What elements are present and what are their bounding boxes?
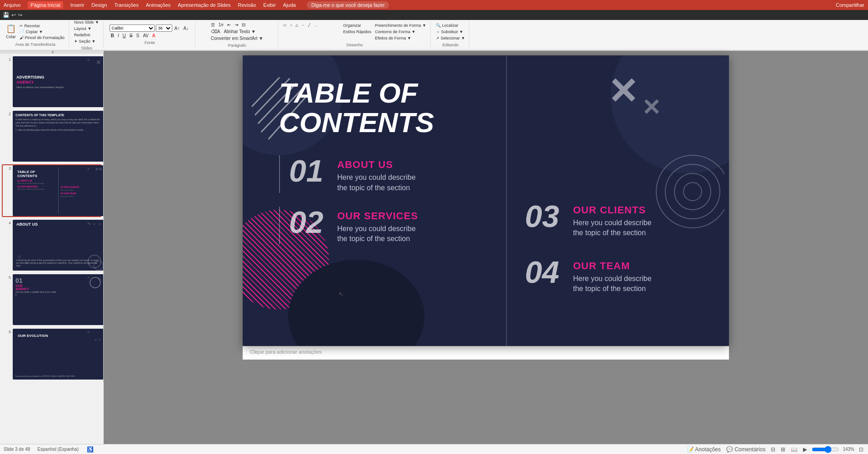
font-label: Fonte [145, 40, 155, 45]
increase-indent-btn[interactable]: ⇥ [233, 22, 239, 28]
clipboard-label: Área de Transferência [15, 42, 55, 47]
slide-6-close[interactable]: ✕ [87, 330, 90, 335]
slide-6-preview: OUR EVOLUTION Timeline with dots and lab… [13, 329, 104, 380]
slideshow-btn[interactable]: ▶ [802, 446, 808, 453]
slides-panel[interactable]: 1 ADVERTISINGAGENCY Here is where your p… [0, 54, 104, 382]
menu-exibir[interactable]: Exibir [263, 2, 276, 8]
menu-inserir[interactable]: Inserir [70, 2, 85, 8]
char-spacing-btn[interactable]: AV [141, 33, 150, 39]
menu-ajuda[interactable]: Ajuda [283, 2, 296, 8]
slide-thumb-6[interactable]: 6 OUR EVOLUTION Timeline with dots and l… [2, 328, 101, 380]
cut-btn[interactable]: ✂ Recortar [18, 23, 66, 29]
toc-text-2: OUR SERVICES Here you could describe the… [337, 207, 418, 244]
new-slide-btn[interactable]: Novo Slide ▼ [73, 20, 100, 25]
menu-design[interactable]: Design [91, 2, 107, 8]
quick-styles-btn[interactable]: Estilos Rápidos [342, 29, 373, 35]
shape-tri-btn[interactable]: △ [294, 23, 299, 28]
slide-5-close[interactable]: ✕ [87, 276, 90, 280]
decrease-indent-btn[interactable]: ⇤ [226, 22, 232, 28]
font-color-btn[interactable]: A [151, 33, 157, 39]
replace-btn[interactable]: ↔ Substituir ▼ [434, 29, 466, 35]
shape-line-btn[interactable]: ╱ [307, 23, 312, 28]
font-family-select[interactable]: Calibri [110, 25, 155, 32]
toc-number-1: 01 [289, 155, 330, 186]
comments-toggle[interactable]: 💬 Comentários [725, 446, 766, 453]
effects-btn[interactable]: Efeitos de Forma ▼ [374, 35, 428, 41]
fit-btn[interactable]: ⊡ [858, 446, 864, 453]
menu-apresentacao[interactable]: Apresentação de Slides [178, 2, 230, 8]
select-btn[interactable]: ↗ Selecionar ▼ [434, 35, 466, 41]
normal-view-btn[interactable]: ⊟ [770, 446, 776, 453]
shadow-btn[interactable]: S [135, 33, 141, 39]
slide-5-preview: 01 OURAGENCY You can enter a subtitle he… [13, 274, 104, 325]
decrease-font-btn[interactable]: A↓ [182, 25, 190, 31]
slide-thumb-1[interactable]: 1 ADVERTISINGAGENCY Here is where your p… [2, 55, 101, 108]
columns-btn[interactable]: ⊟ [240, 22, 247, 28]
menu-revisao[interactable]: Revisão [238, 2, 256, 8]
accessibility-btn[interactable]: ♿ [86, 446, 95, 453]
slide-3-close[interactable]: ✕ [87, 167, 90, 171]
outline-btn[interactable]: Contorno de Forma ▼ [374, 29, 428, 35]
arrange-btn[interactable]: Organizar [342, 23, 373, 28]
notes-toggle[interactable]: 📝 Anotações [686, 446, 722, 453]
ribbon: 💾 ↩ ↪ 📋 Colar ✂ Recortar 📄 Copiar ▼ 🖌 Pi… [0, 10, 868, 51]
copy-btn[interactable]: 📄 Copiar ▼ [18, 29, 66, 35]
format-painter-btn[interactable]: 🖌 Pincel de Formatação [18, 35, 66, 40]
increase-font-btn[interactable]: A↑ [173, 25, 181, 31]
text-direction-btn[interactable]: ⌫A [210, 29, 222, 35]
menu-transicoes[interactable]: Transições [115, 2, 139, 8]
menu-animacoes[interactable]: Animações [146, 2, 170, 8]
menu-pagina-inicial[interactable]: Página Inicial [28, 1, 63, 9]
zoom-slider[interactable] [812, 447, 839, 452]
underline-btn[interactable]: U [121, 33, 127, 39]
language-info: Espanhol (Espanha) [37, 447, 79, 452]
strikethrough-btn[interactable]: S [128, 33, 134, 39]
menu-arquivo[interactable]: Arquivo [4, 2, 20, 8]
font-size-select[interactable]: 36 [156, 25, 172, 32]
layout-btn[interactable]: Layout ▼ [73, 26, 100, 31]
toc-item-1: 01 ABOUT US Here you could describe the … [279, 155, 488, 193]
slide-2-preview: CONTENTS OF THIS TEMPLATE A slide theme … [13, 111, 104, 162]
slide-thumb-3[interactable]: 3 TABLE OFCONTENTS 01 ABOUT US Here you … [2, 164, 101, 217]
fill-btn[interactable]: Preenchimento de Forma ▼ [374, 23, 428, 28]
bold-btn[interactable]: B [110, 33, 115, 39]
find-btn[interactable]: 🔍 Localizar [434, 23, 466, 28]
toc-number-4: 04 [525, 257, 566, 287]
toc-desc-1: Here you could describe the topic of the… [337, 173, 416, 193]
slide-viewport[interactable]: ✕ ✕ TABLE OF CONTENTS [243, 55, 729, 346]
reset-btn[interactable]: Redefinir [73, 32, 100, 38]
quick-access-undo[interactable]: ↩ [11, 12, 16, 18]
quick-access-save[interactable]: 💾 [3, 12, 10, 18]
slide-1-close[interactable]: ✕ [87, 58, 90, 62]
editing-label: Editando [442, 43, 459, 47]
numbering-btn[interactable]: 1≡ [217, 22, 225, 28]
smartart-btn[interactable]: Converter em SmartArt ▼ [210, 35, 264, 41]
slide-info: Slide 3 de 48 [4, 447, 30, 452]
shape-circle-btn[interactable]: ○ [289, 23, 294, 28]
reading-view-btn[interactable]: 📖 [790, 446, 798, 453]
italic-btn[interactable]: I [116, 33, 120, 39]
slide-1-preview: ADVERTISINGAGENCY Here is where your pre… [13, 56, 104, 107]
shape-arrow-btn[interactable]: → [300, 23, 306, 28]
share-btn[interactable]: Compartilhar [836, 2, 864, 8]
slide-sorter-btn[interactable]: ⊞ [780, 446, 786, 453]
shape-more-btn[interactable]: … [312, 23, 319, 28]
drawing-label: Desenho [346, 43, 363, 47]
slide-thumb-2[interactable]: 2 CONTENTS OF THIS TEMPLATE A slide them… [2, 110, 101, 163]
toc-item-2: 02 OUR SERVICES Here you could describe … [279, 207, 488, 244]
align-text-btn[interactable]: Alinhar Texto ▼ [222, 29, 257, 35]
slides-label: Slides [81, 46, 92, 50]
bullets-btn[interactable]: ☰ [210, 22, 216, 28]
quick-access-redo[interactable]: ↪ [18, 12, 22, 18]
slide-num-4: 4 [3, 220, 11, 225]
shape-rect-btn[interactable]: ▭ [282, 23, 288, 28]
paste-btn[interactable]: 📋 Colar [5, 23, 17, 40]
right-column: 03 OUR CLIENTS Here you could describe t… [506, 55, 729, 346]
notes-area[interactable]: Clique para adicionar anotações [243, 346, 729, 360]
slide-4-close[interactable]: ✕ [87, 221, 90, 226]
slide-thumb-5[interactable]: 5 01 OURAGENCY You can enter a subtitle … [2, 273, 101, 326]
slide-thumb-4[interactable]: 4 ABOUT US It could be the start of this… [2, 219, 101, 271]
ribbon-group-slides: Novo Slide ▼ Layout ▼ Redefinir ✦ Seção … [70, 21, 104, 49]
section-btn[interactable]: ✦ Seção ▼ [73, 39, 100, 44]
menu-search[interactable]: Diga-me o que você deseja fazer [307, 1, 389, 9]
